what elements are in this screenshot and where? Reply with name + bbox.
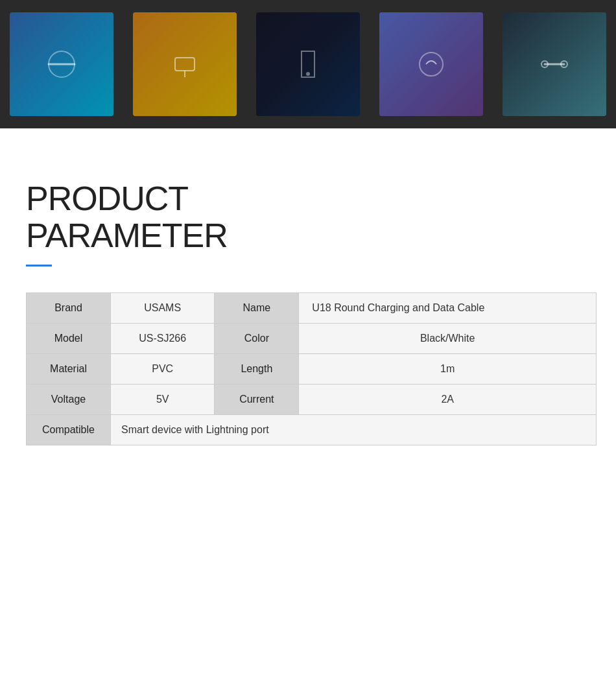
value-current: 2A [299, 385, 597, 415]
section-title: PRODUCT PARAMETER [26, 180, 590, 254]
bottom-spacer [0, 497, 616, 627]
value-brand: USAMS [111, 293, 215, 324]
value-voltage: 5V [111, 385, 215, 415]
hero-thumbnail-2 [133, 12, 237, 116]
section-title-line1: PRODUCT [26, 180, 188, 217]
hero-thumbnail-3 [256, 12, 360, 116]
label-brand: Brand [27, 293, 111, 324]
label-material: Material [27, 354, 111, 385]
hero-banner [0, 0, 616, 128]
value-model: US-SJ266 [111, 324, 215, 354]
table-row-model: Model US-SJ266 Color Black/White [27, 324, 597, 354]
table-row-voltage: Voltage 5V Current 2A [27, 385, 597, 415]
svg-point-4 [306, 72, 310, 76]
product-section: PRODUCT PARAMETER Brand USAMS Name U18 R… [0, 128, 616, 497]
value-compatible: Smart device with Lightning port [111, 415, 597, 445]
table-row-brand: Brand USAMS Name U18 Round Charging and … [27, 293, 597, 324]
table-row-compatible: Compatible Smart device with Lightning p… [27, 415, 597, 445]
value-color: Black/White [299, 324, 597, 354]
value-length: 1m [299, 354, 597, 385]
label-model: Model [27, 324, 111, 354]
value-material: PVC [111, 354, 215, 385]
label-current: Current [215, 385, 299, 415]
title-underline [26, 265, 52, 267]
table-row-material: Material PVC Length 1m [27, 354, 597, 385]
value-name: U18 Round Charging and Data Cable [299, 293, 597, 324]
section-title-line2: PARAMETER [26, 217, 228, 254]
label-compatible: Compatible [27, 415, 111, 445]
svg-rect-2 [175, 58, 195, 71]
label-voltage: Voltage [27, 385, 111, 415]
svg-point-5 [420, 53, 443, 76]
label-name: Name [215, 293, 299, 324]
hero-thumbnail-1 [10, 12, 113, 116]
product-param-table: Brand USAMS Name U18 Round Charging and … [26, 292, 597, 445]
hero-thumbnail-4 [379, 12, 483, 116]
hero-thumbnail-5 [503, 12, 606, 116]
label-color: Color [215, 324, 299, 354]
label-length: Length [215, 354, 299, 385]
